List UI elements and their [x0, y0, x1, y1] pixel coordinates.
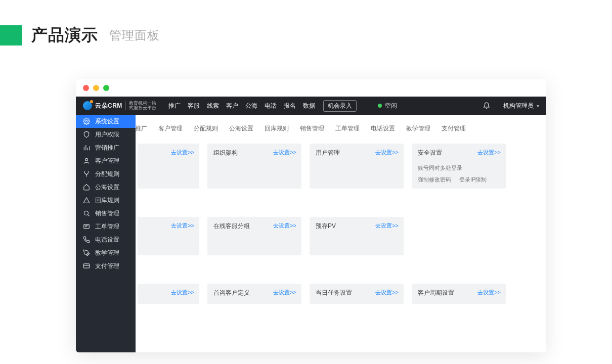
brand-logo-icon	[83, 101, 92, 110]
cards-wrap: 去设置>>组织架构去设置>>用户管理去设置>>安全设置去设置>>账号同时多处登录…	[136, 141, 546, 352]
settings-card: 去设置>>	[138, 284, 199, 304]
tab[interactable]: 推广	[136, 122, 153, 135]
topnav-item[interactable]: 客服	[188, 102, 200, 110]
tab[interactable]: 工单管理	[330, 122, 365, 135]
pen-icon	[83, 249, 90, 256]
settings-card: 在线客服分组去设置>>	[207, 217, 301, 255]
brand-tagline-line2: 式服务云平台	[129, 105, 156, 110]
sidebar-item-label: 系统设置	[95, 117, 119, 126]
sidebar-item[interactable]: 用户权限	[76, 128, 136, 141]
slide-subtitle: 管理面板	[109, 27, 160, 43]
brand-tagline: 教育机构一站 式服务云平台	[125, 101, 156, 111]
topnav-item[interactable]: 推广	[168, 102, 181, 110]
go-settings-link[interactable]: 去设置>>	[477, 289, 501, 296]
sidebar-item-label: 分配规则	[95, 170, 119, 178]
user-icon	[83, 157, 90, 164]
settings-card: 去设置>>	[138, 144, 199, 189]
settings-card: 去设置>>	[138, 217, 199, 255]
go-settings-link[interactable]: 去设置>>	[273, 222, 296, 230]
tab[interactable]: 支付管理	[436, 122, 471, 135]
settings-card: 安全设置去设置>>账号同时多处登录强制修改密码登录IP限制	[412, 144, 506, 189]
tab-bar: 推广客户管理分配规则公海设置回库规则销售管理工单管理电话设置教学管理支付管理	[136, 115, 546, 141]
tab[interactable]: 分配规则	[188, 122, 224, 135]
card-icon	[83, 262, 90, 269]
svg-point-5	[85, 158, 88, 161]
go-settings-link[interactable]: 去设置>>	[171, 222, 194, 230]
go-settings-link[interactable]: 去设置>>	[375, 149, 399, 156]
go-settings-link[interactable]: 去设置>>	[171, 289, 194, 296]
go-settings-link[interactable]: 去设置>>	[171, 149, 194, 156]
topnav-item[interactable]: 公海	[245, 102, 257, 110]
sidebar-item[interactable]: 销售管理	[76, 207, 136, 220]
topnav-item[interactable]: 数据	[303, 102, 315, 110]
brand: 云朵CRM 教育机构一站 式服务云平台	[83, 101, 156, 111]
body: 系统设置用户权限营销推广客户管理分配规则公海设置回库规则销售管理工单管理电话设置…	[76, 115, 546, 352]
sidebar: 系统设置用户权限营销推广客户管理分配规则公海设置回库规则销售管理工单管理电话设置…	[76, 115, 136, 352]
user-label: 机构管理员	[503, 102, 534, 110]
status-indicator: 空闲	[378, 102, 397, 110]
tab[interactable]: 客户管理	[153, 122, 188, 135]
settings-card: 预存PV去设置>>	[310, 217, 404, 255]
sidebar-item-label: 营销推广	[95, 144, 119, 152]
record-button[interactable]: 机会录入	[323, 100, 357, 112]
card-subline: 登录IP限制	[459, 176, 487, 184]
sidebar-item[interactable]: 支付管理	[76, 259, 136, 272]
sidebar-item[interactable]: 客户管理	[76, 154, 136, 167]
sidebar-item-label: 支付管理	[95, 262, 119, 270]
status-dot-icon	[378, 104, 382, 108]
user-menu[interactable]: 机构管理员 ▾	[503, 102, 539, 110]
topnav-item[interactable]: 线索	[207, 102, 219, 110]
sidebar-item[interactable]: 系统设置	[76, 115, 136, 128]
sidebar-item[interactable]: 教学管理	[76, 246, 136, 259]
sidebar-item[interactable]: 营销推广	[76, 141, 136, 154]
svg-rect-11	[83, 264, 90, 268]
home-icon	[83, 184, 90, 191]
status-text: 空闲	[385, 102, 397, 110]
tab[interactable]: 回库规则	[259, 122, 294, 135]
settings-card: 首咨客户定义去设置>>	[207, 284, 301, 304]
go-settings-link[interactable]: 去设置>>	[477, 149, 501, 156]
go-settings-link[interactable]: 去设置>>	[375, 222, 399, 230]
tab[interactable]: 公海设置	[224, 122, 259, 135]
slide-heading: 产品演示 管理面板	[0, 24, 160, 47]
sidebar-item-label: 客户管理	[95, 157, 119, 165]
split-icon	[83, 170, 90, 177]
sidebar-item-label: 用户权限	[95, 130, 119, 139]
main-area: 推广客户管理分配规则公海设置回库规则销售管理工单管理电话设置教学管理支付管理 去…	[136, 115, 546, 352]
maximize-icon[interactable]	[103, 85, 109, 91]
settings-card: 当日任务设置去设置>>	[310, 284, 404, 304]
go-settings-link[interactable]: 去设置>>	[273, 149, 296, 156]
sidebar-item[interactable]: 工单管理	[76, 220, 136, 233]
tab[interactable]: 电话设置	[365, 122, 401, 135]
settings-card: 组织架构去设置>>	[207, 144, 301, 189]
sidebar-item-label: 教学管理	[95, 249, 119, 257]
close-icon[interactable]	[83, 85, 89, 91]
settings-card: 用户管理去设置>>	[310, 144, 404, 189]
window-titlebar	[76, 79, 546, 97]
slide-title: 产品演示	[31, 24, 98, 47]
settings-icon	[83, 118, 90, 125]
bell-icon[interactable]	[483, 102, 490, 109]
tab[interactable]: 销售管理	[294, 122, 330, 135]
topbar: 云朵CRM 教育机构一站 式服务云平台 推广客服线索客户公海电话报名数据 机会录…	[76, 97, 546, 115]
sidebar-item[interactable]: 分配规则	[76, 167, 136, 180]
topnav-item[interactable]: 电话	[265, 102, 277, 110]
card-subline: 强制修改密码	[418, 176, 451, 184]
sidebar-item-label: 回库规则	[95, 196, 119, 205]
sidebar-item[interactable]: 公海设置	[76, 180, 136, 194]
go-settings-link[interactable]: 去设置>>	[375, 289, 399, 296]
settings-card: 客户周期设置去设置>>	[412, 284, 506, 304]
triangle-icon	[83, 197, 90, 204]
tab[interactable]: 教学管理	[401, 122, 436, 135]
topnav-item[interactable]: 客户	[226, 102, 238, 110]
sidebar-item[interactable]: 电话设置	[76, 233, 136, 246]
phone-icon	[83, 236, 90, 243]
svg-line-7	[88, 214, 89, 216]
app-window: 云朵CRM 教育机构一站 式服务云平台 推广客服线索客户公海电话报名数据 机会录…	[76, 79, 546, 352]
topnav-item[interactable]: 报名	[284, 102, 296, 110]
minimize-icon[interactable]	[93, 85, 99, 91]
go-settings-link[interactable]: 去设置>>	[273, 289, 296, 296]
sidebar-item[interactable]: 回库规则	[76, 194, 136, 207]
card-subline: 账号同时多处登录	[418, 164, 462, 172]
shield-icon	[83, 131, 90, 138]
